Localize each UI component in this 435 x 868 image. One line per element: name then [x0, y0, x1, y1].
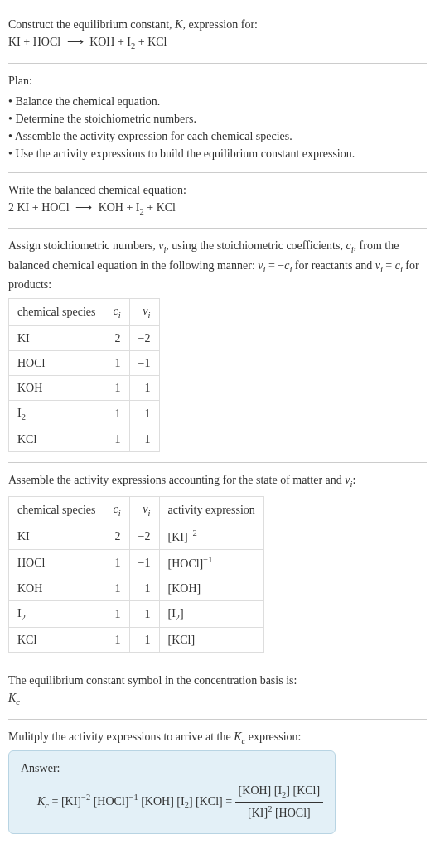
- table-row: I2 1 1: [9, 400, 160, 427]
- col-species: chemical species: [9, 496, 104, 523]
- col-ci: ci: [104, 496, 129, 523]
- kc-fraction: [KOH] [I2] [KCl] [KI]2 [HOCl]: [235, 782, 324, 821]
- symbol-section: The equilibrium constant symbol in the c…: [8, 663, 427, 719]
- table-row: KCl 1 1: [9, 427, 160, 452]
- plan-item: Use the activity expressions to build th…: [8, 145, 427, 162]
- problem-statement: Construct the equilibrium constant, K, e…: [8, 7, 427, 63]
- answer-section: Mulitply the activity expressions to arr…: [8, 719, 427, 844]
- table-header-row: chemical species ci νi activity expressi…: [9, 496, 264, 523]
- title-line: Construct the equilibrium constant, K, e…: [8, 16, 427, 33]
- col-nui: νi: [129, 299, 159, 326]
- stoich-intro: Assign stoichiometric numbers, νi, using…: [8, 237, 427, 293]
- answer-label: Answer:: [21, 760, 323, 777]
- plan-item: Assemble the activity expression for eac…: [8, 128, 427, 145]
- table-row: HOCl 1 −1 [HOCl]−1: [9, 550, 264, 576]
- fraction-numerator: [KOH] [I2] [KCl]: [235, 782, 324, 803]
- table-row: KOH 1 1: [9, 375, 160, 400]
- plan-list: Balance the chemical equation. Determine…: [8, 93, 427, 162]
- table-row: HOCl 1 −1: [9, 350, 160, 375]
- fraction-denominator: [KI]2 [HOCl]: [235, 803, 324, 822]
- symbol-intro: The equilibrium constant symbol in the c…: [8, 672, 427, 689]
- col-activity: activity expression: [159, 496, 263, 523]
- kc-symbol: Kc: [8, 689, 427, 709]
- balanced-equation: 2 KI + HOCl ⟶ KOH + I2 + KCl: [8, 199, 427, 219]
- plan-label: Plan:: [8, 72, 427, 89]
- activity-section: Assemble the activity expressions accoun…: [8, 462, 427, 663]
- col-species: chemical species: [9, 299, 104, 326]
- plan-item: Determine the stoichiometric numbers.: [8, 110, 427, 128]
- activity-intro: Assemble the activity expressions accoun…: [8, 471, 427, 491]
- activity-table: chemical species ci νi activity expressi…: [8, 496, 264, 653]
- table-header-row: chemical species ci νi: [9, 299, 160, 326]
- col-ci: ci: [104, 299, 129, 326]
- table-row: KOH 1 1 [KOH]: [9, 576, 264, 600]
- plan-section: Plan: Balance the chemical equation. Det…: [8, 63, 427, 172]
- balanced-section: Write the balanced chemical equation: 2 …: [8, 172, 427, 229]
- unbalanced-equation: KI + HOCl ⟶ KOH + I2 + KCl: [8, 33, 427, 53]
- table-row: KCl 1 1 [KCl]: [9, 628, 264, 653]
- balanced-intro: Write the balanced chemical equation:: [8, 181, 427, 199]
- col-nui: νi: [129, 496, 159, 523]
- answer-box: Answer: Kc = [KI]−2 [HOCl]−1 [KOH] [I2] …: [8, 750, 336, 833]
- stoich-table: chemical species ci νi KI 2 −2 HOCl 1 −1…: [8, 298, 160, 452]
- plan-item: Balance the chemical equation.: [8, 93, 427, 110]
- table-row: KI 2 −2: [9, 326, 160, 350]
- stoich-section: Assign stoichiometric numbers, νi, using…: [8, 228, 427, 462]
- multiply-intro: Mulitply the activity expressions to arr…: [8, 728, 427, 748]
- table-row: I2 1 1 [I2]: [9, 600, 264, 628]
- kc-expression: Kc = [KI]−2 [HOCl]−1 [KOH] [I2] [KCl] = …: [21, 782, 323, 821]
- table-row: KI 2 −2 [KI]−2: [9, 523, 264, 550]
